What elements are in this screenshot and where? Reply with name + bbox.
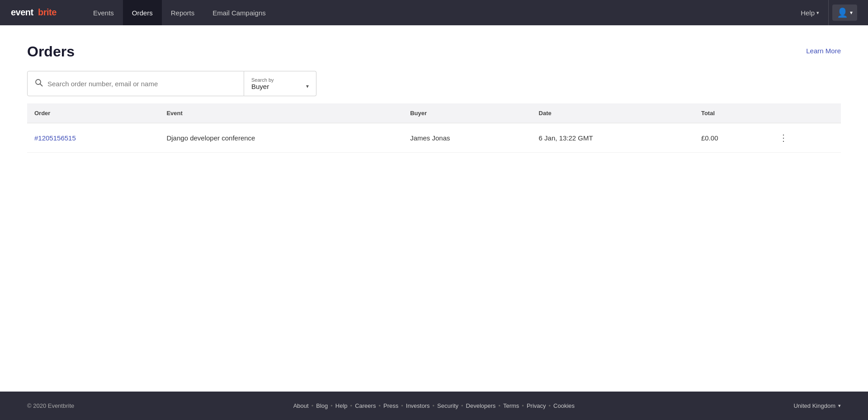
footer-blog[interactable]: Blog xyxy=(314,402,330,409)
orders-table: Order Event Buyer Date Total #1205156515… xyxy=(27,103,841,153)
search-by-label: Search by xyxy=(251,77,309,83)
page-header: Orders Learn More xyxy=(27,43,841,60)
region-chevron-icon: ▾ xyxy=(838,403,841,409)
footer-cookies[interactable]: Cookies xyxy=(552,402,576,409)
nav-reports[interactable]: Reports xyxy=(162,0,204,25)
event-cell: Django developer conference xyxy=(159,123,403,153)
footer-help[interactable]: Help xyxy=(334,402,349,409)
total-cell: £0.00 xyxy=(694,123,768,153)
table-header: Order Event Buyer Date Total xyxy=(27,103,841,123)
search-icon xyxy=(35,79,43,89)
page-title: Orders xyxy=(27,43,75,60)
search-by-value: Buyer ▾ xyxy=(251,83,309,90)
search-box xyxy=(27,71,244,96)
user-menu-button[interactable]: 👤 ▾ xyxy=(832,5,857,21)
footer-investors[interactable]: Investors xyxy=(404,402,432,409)
main-nav: event brite Events Orders Reports Email … xyxy=(0,0,868,25)
date-cell: 6 Jan, 13:22 GMT xyxy=(532,123,694,153)
footer-about[interactable]: About xyxy=(292,402,311,409)
nav-events[interactable]: Events xyxy=(84,0,123,25)
search-by-dropdown[interactable]: Search by Buyer ▾ xyxy=(244,71,316,96)
footer-privacy[interactable]: Privacy xyxy=(525,402,548,409)
buyer-cell: James Jonas xyxy=(403,123,531,153)
footer: © 2020 Eventbrite About • Blog • Help • … xyxy=(0,392,868,420)
footer-region[interactable]: United Kingdom ▾ xyxy=(793,402,841,409)
main-content: Orders Learn More Search by Buyer ▾ Ord xyxy=(0,25,868,392)
footer-copyright: © 2020 Eventbrite xyxy=(27,402,74,409)
help-menu[interactable]: Help ▾ xyxy=(795,9,825,17)
search-row: Search by Buyer ▾ xyxy=(27,71,841,96)
help-chevron-icon: ▾ xyxy=(816,10,819,16)
table-body: #1205156515 Django developer conference … xyxy=(27,123,841,153)
svg-line-3 xyxy=(40,84,42,86)
col-event: Event xyxy=(159,103,403,123)
nav-links: Events Orders Reports Email Campaigns xyxy=(84,0,795,25)
svg-text:event: event xyxy=(11,7,34,17)
col-buyer: Buyer xyxy=(403,103,531,123)
footer-terms[interactable]: Terms xyxy=(501,402,521,409)
actions-cell: ⋮ xyxy=(768,123,841,153)
help-label: Help xyxy=(801,9,815,17)
col-order: Order xyxy=(27,103,159,123)
svg-text:brite: brite xyxy=(38,7,57,17)
logo[interactable]: event brite xyxy=(11,5,70,21)
user-icon: 👤 xyxy=(837,7,848,18)
nav-orders[interactable]: Orders xyxy=(123,0,162,25)
learn-more-link[interactable]: Learn More xyxy=(806,47,841,55)
row-more-button[interactable]: ⋮ xyxy=(775,131,792,145)
nav-right: Help ▾ 👤 ▾ xyxy=(795,0,857,25)
footer-careers[interactable]: Careers xyxy=(353,402,377,409)
table-row: #1205156515 Django developer conference … xyxy=(27,123,841,153)
order-link[interactable]: #1205156515 xyxy=(34,134,76,142)
footer-links: About • Blog • Help • Careers • Press • … xyxy=(292,402,576,409)
footer-developers[interactable]: Developers xyxy=(464,402,498,409)
search-input[interactable] xyxy=(47,80,236,88)
nav-email-campaigns[interactable]: Email Campaigns xyxy=(203,0,275,25)
footer-security[interactable]: Security xyxy=(435,402,460,409)
order-id-cell: #1205156515 xyxy=(27,123,159,153)
footer-region-label: United Kingdom xyxy=(793,402,835,409)
nav-divider xyxy=(828,0,829,25)
dropdown-chevron-icon: ▾ xyxy=(306,83,309,89)
col-date: Date xyxy=(532,103,694,123)
user-chevron-icon: ▾ xyxy=(850,9,853,16)
col-actions xyxy=(768,103,841,123)
footer-press[interactable]: Press xyxy=(382,402,400,409)
col-total: Total xyxy=(694,103,768,123)
